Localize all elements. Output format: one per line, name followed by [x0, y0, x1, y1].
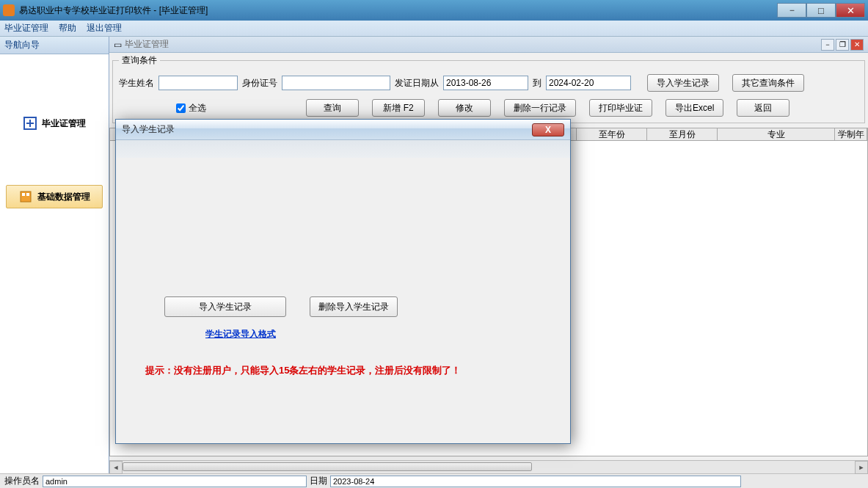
- back-button[interactable]: 返回: [737, 99, 789, 117]
- horizontal-scrollbar[interactable]: ◄ ►: [109, 460, 868, 473]
- select-all-input[interactable]: [176, 103, 186, 113]
- diploma-icon: [23, 116, 37, 131]
- student-name-label: 学生姓名: [119, 77, 154, 90]
- nav-item-label: 毕业证管理: [42, 117, 86, 130]
- menu-help[interactable]: 帮助: [59, 22, 76, 34]
- maximize-button[interactable]: □: [806, 3, 836, 18]
- export-excel-button[interactable]: 导出Excel: [665, 99, 723, 117]
- mdi-minimize-button[interactable]: －: [821, 39, 834, 51]
- window-titlebar: 易达职业中专学校毕业证打印软件 - [毕业证管理] － □ ✕: [0, 0, 868, 21]
- dialog-import-button[interactable]: 导入学生记录: [164, 296, 286, 317]
- issue-date-from-input[interactable]: [443, 76, 528, 90]
- id-number-input[interactable]: [282, 76, 390, 90]
- scroll-right-arrow[interactable]: ►: [855, 461, 868, 474]
- date-value: [330, 476, 741, 487]
- minimize-button[interactable]: －: [777, 3, 806, 18]
- grid-col-schooling[interactable]: 学制年: [835, 128, 867, 140]
- svg-rect-2: [22, 193, 25, 196]
- import-student-dialog: 导入学生记录 X 导入学生记录 删除导入学生记录 学生记录导入格式 提示：没有注…: [115, 119, 571, 444]
- select-all-checkbox[interactable]: 全选: [176, 102, 206, 114]
- select-all-label: 全选: [189, 102, 206, 114]
- dialog-format-link[interactable]: 学生记录导入格式: [205, 328, 276, 340]
- mdi-restore-button[interactable]: ❐: [836, 39, 849, 51]
- scroll-thumb[interactable]: [123, 462, 532, 471]
- nav-item-label: 基础数据管理: [37, 191, 90, 203]
- menubar: 毕业证管理 帮助 退出管理: [0, 21, 868, 37]
- dialog-titlebar: 导入学生记录 X: [116, 120, 570, 140]
- nav-base-data-manage[interactable]: 基础数据管理: [6, 185, 103, 208]
- nav-diploma-manage[interactable]: 毕业证管理: [6, 112, 103, 135]
- date-label: 日期: [310, 475, 327, 487]
- menu-exit[interactable]: 退出管理: [87, 22, 122, 34]
- dialog-close-button[interactable]: X: [532, 123, 564, 136]
- menu-diploma[interactable]: 毕业证管理: [4, 22, 48, 34]
- edit-button[interactable]: 修改: [438, 99, 491, 117]
- dialog-title: 导入学生记录: [122, 123, 175, 136]
- new-button[interactable]: 新增 F2: [372, 99, 425, 117]
- scroll-left-arrow[interactable]: ◄: [109, 461, 123, 474]
- import-student-button[interactable]: 导入学生记录: [647, 74, 719, 92]
- issue-date-to-input[interactable]: [546, 76, 631, 90]
- id-number-label: 身份证号: [242, 77, 277, 90]
- dialog-blur-area: [116, 140, 570, 158]
- query-legend: 查询条件: [119, 54, 160, 67]
- operator-value: [43, 476, 307, 487]
- issue-date-to-label: 到: [533, 77, 541, 90]
- status-bar: 操作员名 日期: [0, 473, 868, 488]
- left-nav: 导航向导 毕业证管理 基础数据管理: [0, 37, 109, 473]
- dialog-delete-import-button[interactable]: 删除导入学生记录: [310, 296, 398, 317]
- query-button[interactable]: 查询: [306, 99, 359, 117]
- grid-col-major[interactable]: 专业: [718, 128, 835, 140]
- other-query-button[interactable]: 其它查询条件: [732, 74, 804, 92]
- close-button[interactable]: ✕: [836, 3, 865, 18]
- left-nav-header: 导航向导: [0, 37, 109, 54]
- window-title: 易达职业中专学校毕业证打印软件 - [毕业证管理]: [19, 4, 208, 17]
- issue-date-from-label: 发证日期从: [395, 77, 439, 90]
- database-icon: [18, 189, 33, 204]
- print-cert-button[interactable]: 打印毕业证: [589, 99, 652, 117]
- mdi-child-titlebar: ▭ 毕业证管理 － ❐ ✕: [109, 37, 868, 53]
- svg-rect-3: [26, 193, 29, 196]
- operator-label: 操作员名: [4, 475, 40, 487]
- grid-col-to-month[interactable]: 至月份: [647, 128, 718, 140]
- delete-row-button[interactable]: 删除一行记录: [504, 99, 576, 117]
- window-buttons: － □ ✕: [777, 3, 865, 18]
- app-icon: [3, 4, 15, 16]
- student-name-input[interactable]: [158, 76, 238, 90]
- grid-col-to-year[interactable]: 至年份: [577, 128, 647, 140]
- query-fieldset: 查询条件 学生姓名 身份证号 发证日期从 到 导入学生记录 其它查询条件: [112, 54, 865, 123]
- mdi-title: 毕业证管理: [125, 38, 169, 51]
- mdi-close-button[interactable]: ✕: [850, 39, 864, 51]
- dialog-tip: 提示：没有注册用户，只能导入15条左右的学生记录，注册后没有限制了！: [145, 364, 461, 377]
- mdi-minimize-icon[interactable]: ▭: [114, 40, 122, 50]
